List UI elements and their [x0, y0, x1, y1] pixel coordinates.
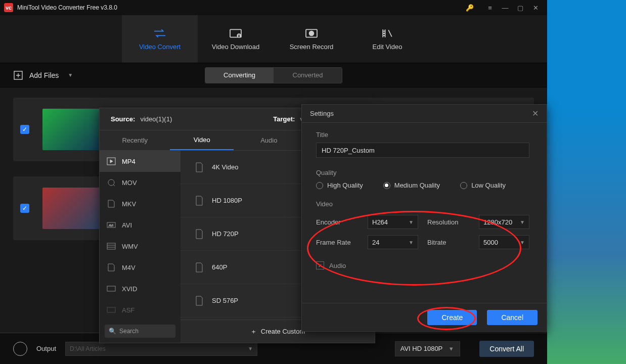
- film-icon: [107, 242, 116, 250]
- title-input[interactable]: [316, 143, 529, 158]
- play-square-icon: [107, 157, 116, 165]
- add-file-icon: [13, 70, 23, 80]
- settings-header: Settings ✕: [302, 105, 547, 123]
- tab-edit-video[interactable]: Edit Video: [349, 15, 425, 63]
- chevron-down-icon: ▼: [409, 219, 414, 225]
- format-asf[interactable]: ASF: [100, 299, 181, 321]
- search-icon: 🔍: [109, 328, 116, 335]
- tab-audio[interactable]: Audio: [234, 130, 304, 150]
- encoder-select[interactable]: H264▼: [368, 215, 418, 229]
- tab-converting[interactable]: Converting: [205, 68, 274, 83]
- video-section-label: Video: [316, 200, 529, 208]
- menu-icon[interactable]: ≡: [482, 0, 498, 15]
- tab-video-download[interactable]: Video Download: [198, 15, 274, 63]
- quality-radios: High Quality Medium Quality Low Quality: [316, 181, 529, 189]
- framerate-select[interactable]: 24▼: [368, 235, 418, 249]
- file-checkbox[interactable]: ✓: [20, 125, 29, 134]
- xvid-icon: [107, 285, 116, 293]
- bitrate-label: Bitrate: [427, 239, 470, 246]
- close-icon[interactable]: ✕: [532, 109, 539, 118]
- tab-screen-record[interactable]: Screen Record: [274, 15, 349, 63]
- radio-icon: [316, 182, 323, 189]
- convert-all-button[interactable]: Convert All: [479, 341, 534, 357]
- minimize-icon[interactable]: —: [498, 0, 513, 15]
- audio-checkbox[interactable]: ✓: [316, 261, 324, 269]
- chevron-down-icon: ▼: [520, 240, 525, 245]
- convert-icon: [153, 28, 167, 39]
- plus-icon: ＋: [250, 327, 257, 336]
- bitrate-select[interactable]: 5000▼: [479, 235, 529, 249]
- title-label: Title: [316, 131, 529, 139]
- format-search[interactable]: 🔍Search: [105, 325, 175, 338]
- file-icon: [107, 306, 116, 314]
- svg-text:AVI: AVI: [109, 224, 114, 227]
- radio-high-quality[interactable]: High Quality: [316, 181, 363, 189]
- settings-body: Title Quality High Quality Medium Qualit…: [302, 123, 544, 303]
- format-xvid[interactable]: XVID: [100, 278, 181, 299]
- quality-label: Quality: [316, 169, 529, 176]
- app-logo-icon: vc: [4, 3, 13, 12]
- encoder-label: Encoder: [316, 218, 359, 226]
- file-icon: [107, 263, 116, 271]
- video-thumbnail: [42, 109, 106, 150]
- resolution-select[interactable]: 1280x720▼: [479, 215, 529, 229]
- app-window: vc MiniTool Video Converter Free v3.8.0 …: [0, 0, 547, 364]
- tab-video-convert[interactable]: Video Convert: [122, 15, 198, 63]
- doc-icon: [195, 262, 204, 272]
- svg-rect-9: [107, 243, 115, 249]
- output-path-field[interactable]: D:\All Articles▼: [65, 342, 257, 356]
- avi-icon: AVI: [107, 221, 116, 229]
- format-mp4[interactable]: MP4: [100, 151, 181, 172]
- chevron-down-icon: ▼: [248, 346, 253, 351]
- format-mkv[interactable]: MKV: [100, 193, 181, 214]
- doc-icon: [195, 229, 204, 239]
- chevron-down-icon: ▼: [520, 219, 525, 225]
- format-list: MP4 MOV MKV AVIAVI WMV M4V XVID ASF 🔍Sea…: [100, 151, 181, 343]
- svg-rect-10: [107, 286, 115, 291]
- create-button[interactable]: Create: [427, 310, 477, 325]
- tab-converted[interactable]: Converted: [274, 68, 342, 83]
- desktop-background: [547, 0, 626, 364]
- format-wmv[interactable]: WMV: [100, 236, 181, 257]
- settings-footer: Create Cancel: [302, 303, 547, 331]
- doc-icon: [195, 162, 204, 172]
- doc-icon: [195, 196, 204, 206]
- radio-low-quality[interactable]: Low Quality: [460, 181, 506, 189]
- toolbar: Add Files ▼ Converting Converted: [0, 63, 547, 87]
- status-tabs: Converting Converted: [205, 67, 342, 83]
- video-thumbnail: [42, 188, 106, 229]
- radio-icon: [460, 182, 467, 189]
- svg-rect-11: [107, 307, 115, 312]
- clock-icon[interactable]: [13, 342, 27, 356]
- radio-medium-quality[interactable]: Medium Quality: [383, 181, 440, 189]
- format-m4v[interactable]: M4V: [100, 257, 181, 278]
- resolution-label: Resolution: [427, 218, 470, 226]
- app-title: MiniTool Video Converter Free v3.8.0: [17, 4, 462, 11]
- format-mov[interactable]: MOV: [100, 172, 181, 193]
- close-icon[interactable]: ✕: [528, 0, 543, 15]
- main-tabs: Video Convert Video Download Screen Reco…: [0, 15, 547, 63]
- add-files-button[interactable]: Add Files ▼: [13, 70, 73, 80]
- format-avi[interactable]: AVIAVI: [100, 214, 181, 236]
- audio-label: Audio: [329, 262, 346, 269]
- audio-section: ✓ Audio: [316, 261, 529, 269]
- chevron-down-icon: ▼: [68, 72, 73, 78]
- svg-point-3: [309, 31, 314, 35]
- chevron-down-icon: ▼: [409, 240, 414, 245]
- record-icon: [304, 28, 319, 39]
- file-checkbox[interactable]: ✓: [20, 204, 29, 213]
- key-icon[interactable]: 🔑: [462, 0, 477, 15]
- framerate-label: Frame Rate: [316, 239, 359, 246]
- output-format-select[interactable]: AVI HD 1080P ▾: [395, 341, 461, 356]
- quicktime-icon: [107, 178, 116, 187]
- tab-recently[interactable]: Recently: [100, 130, 170, 150]
- tab-video[interactable]: Video: [170, 130, 234, 150]
- download-icon: [229, 28, 243, 39]
- settings-panel: Settings ✕ Title Quality High Quality Me…: [301, 104, 547, 332]
- cancel-button[interactable]: Cancel: [487, 310, 538, 325]
- settings-title: Settings: [310, 110, 334, 117]
- file-icon: [107, 200, 116, 208]
- doc-icon: [195, 296, 204, 306]
- maximize-icon[interactable]: ▢: [513, 0, 528, 15]
- titlebar: vc MiniTool Video Converter Free v3.8.0 …: [0, 0, 547, 15]
